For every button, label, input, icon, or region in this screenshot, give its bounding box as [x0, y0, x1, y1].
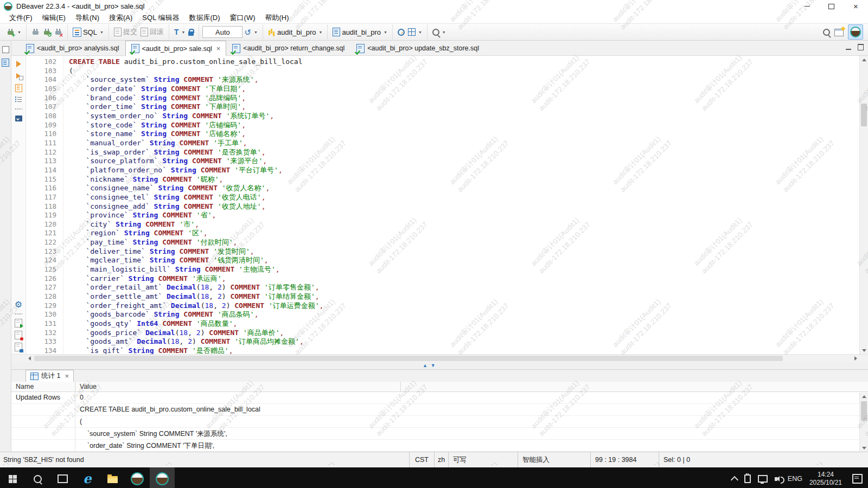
- editor-tab[interactable]: <audit_bi_pro> analysis.sql: [20, 41, 125, 55]
- start-button[interactable]: [0, 467, 25, 488]
- rollback-button[interactable]: 回滚: [139, 26, 165, 38]
- status-caret-position[interactable]: 99 : 19 : 3984: [590, 452, 659, 467]
- notification-center-icon[interactable]: [852, 474, 863, 484]
- execute-new-tab-button[interactable]: [14, 71, 23, 81]
- chevron-down-icon[interactable]: ▼: [442, 30, 446, 34]
- search-button[interactable]: ▼: [431, 28, 448, 37]
- sash-maximize-icon[interactable]: ▲: [423, 362, 427, 369]
- scrollbar-thumb[interactable]: [34, 356, 783, 361]
- table-row[interactable]: `source_system` String COMMENT '来源系统',: [11, 428, 868, 440]
- column-header-value[interactable]: Value: [75, 382, 401, 391]
- scroll-up-icon[interactable]: [860, 393, 868, 400]
- chevron-down-icon[interactable]: ▼: [17, 30, 21, 34]
- editor-tab[interactable]: <audit_bi_pro> sale.sql×: [125, 41, 227, 56]
- scroll-down-icon[interactable]: [860, 346, 868, 354]
- close-button[interactable]: ×: [844, 0, 868, 12]
- transaction-mode-button[interactable]: T ▼: [173, 27, 187, 37]
- database-value: audit_bi_pro: [277, 28, 316, 36]
- disconnect-button[interactable]: [30, 27, 41, 37]
- explain-plan-button[interactable]: [14, 95, 23, 105]
- schema-selector[interactable]: audit_bi_pro ▼: [331, 27, 389, 37]
- chevron-down-icon[interactable]: ▼: [100, 30, 104, 34]
- commit-button[interactable]: 提交: [112, 26, 139, 38]
- dbeaver-taskbar-button-active[interactable]: [150, 467, 175, 488]
- editor-tab[interactable]: <audit_bi_pro> return_change.sql: [226, 41, 350, 55]
- editor-tab[interactable]: <audit_bi_pro> update_sbz_store.sql: [350, 41, 485, 55]
- editor-settings-button[interactable]: ⚙: [14, 300, 23, 310]
- chevron-down-icon[interactable]: ▼: [384, 30, 387, 34]
- menu-item[interactable]: 文件(F): [4, 13, 37, 23]
- database-navigator-icon[interactable]: [2, 59, 9, 67]
- minimize-button[interactable]: [795, 0, 819, 12]
- code-editor[interactable]: 1021031041051061071081091101111121131141…: [26, 56, 859, 354]
- scroll-up-icon[interactable]: [860, 56, 868, 63]
- clock[interactable]: 14:24 2025/10/21: [809, 471, 842, 487]
- column-header-name[interactable]: Name: [11, 382, 75, 391]
- scrollbar-thumb[interactable]: [861, 104, 867, 126]
- volume-icon[interactable]: [775, 477, 777, 481]
- editor-horizontal-scrollbar[interactable]: [11, 354, 868, 362]
- table-row[interactable]: CREATE TABLE audit_bi_pro.custom_online_…: [11, 404, 868, 416]
- minimize-editor-icon[interactable]: [846, 49, 851, 50]
- sql-editor-button[interactable]: SQL ▼: [71, 27, 105, 38]
- status-writable[interactable]: 可写: [448, 452, 518, 467]
- transaction-log-button[interactable]: ↺ ▼: [242, 27, 259, 37]
- open-output-button[interactable]: [14, 342, 23, 352]
- menu-item[interactable]: 窗口(W): [225, 13, 260, 23]
- statistics-tab[interactable]: 统计 1 ×: [25, 370, 74, 382]
- close-tab-icon[interactable]: ×: [65, 372, 69, 380]
- close-tab-icon[interactable]: ×: [216, 44, 221, 53]
- commit-mode-combo[interactable]: Auto: [202, 26, 242, 38]
- menu-item[interactable]: SQL 编辑器: [137, 13, 184, 23]
- editor-results-sash[interactable]: ▲ ▼: [11, 362, 868, 369]
- save-log-button[interactable]: [14, 330, 23, 340]
- database-selector[interactable]: audit_bi_pro ▼: [266, 27, 324, 37]
- tray-expand-icon[interactable]: [731, 476, 738, 484]
- table-row[interactable]: (: [11, 416, 868, 428]
- quick-search-icon[interactable]: [823, 29, 830, 36]
- export-results-button[interactable]: [14, 318, 23, 328]
- taskbar-search-button[interactable]: [25, 467, 50, 488]
- table-row[interactable]: `order_date` String COMMENT '下单日期',: [11, 440, 868, 452]
- editor-vertical-scrollbar[interactable]: [859, 56, 868, 354]
- open-console-button[interactable]: [14, 113, 23, 123]
- schema-value: audit_bi_pro: [342, 28, 381, 36]
- invalidate-button[interactable]: ×: [53, 27, 64, 37]
- scroll-right-icon[interactable]: [852, 355, 859, 362]
- chevron-down-icon[interactable]: ▼: [254, 30, 258, 34]
- table-row[interactable]: Updated Rows0: [11, 392, 868, 404]
- lock-button[interactable]: [187, 27, 195, 37]
- task-view-button[interactable]: [50, 467, 75, 488]
- sash-restore-icon[interactable]: ▼: [431, 362, 436, 369]
- menu-item[interactable]: 导航(N): [71, 13, 104, 23]
- chevron-down-icon[interactable]: ▼: [318, 30, 322, 34]
- menu-item[interactable]: 搜索(A): [104, 13, 137, 23]
- perspective-icon[interactable]: [834, 29, 844, 36]
- usb-icon[interactable]: [744, 474, 751, 483]
- file-explorer-button[interactable]: [100, 467, 125, 488]
- execute-script-button[interactable]: [14, 83, 23, 93]
- maximize-editor-icon[interactable]: [858, 44, 864, 50]
- reconnect-button[interactable]: ↺: [41, 27, 53, 37]
- internet-explorer-button[interactable]: e: [75, 467, 100, 488]
- input-language[interactable]: ENG: [788, 475, 802, 483]
- new-connection-button[interactable]: + ▼: [5, 27, 23, 37]
- network-icon[interactable]: [758, 475, 768, 483]
- output-grid-button[interactable]: ▼: [406, 27, 424, 37]
- status-insert-mode[interactable]: 智能插入: [518, 452, 590, 467]
- execute-statement-button[interactable]: [14, 59, 23, 69]
- scroll-down-icon[interactable]: [860, 444, 868, 452]
- dashboard-button[interactable]: [396, 28, 406, 37]
- menu-item[interactable]: 数据库(D): [184, 13, 225, 23]
- chevron-down-icon[interactable]: ▼: [418, 30, 422, 34]
- menu-item[interactable]: 帮助(H): [260, 13, 293, 23]
- scroll-left-icon[interactable]: [25, 355, 33, 362]
- dbeaver-taskbar-button[interactable]: [125, 467, 150, 488]
- menu-item[interactable]: 编辑(E): [37, 13, 71, 23]
- scrollbar-thumb[interactable]: [861, 401, 867, 421]
- chevron-down-icon[interactable]: ▼: [181, 30, 185, 34]
- account-button[interactable]: [848, 24, 863, 40]
- restore-panel-icon[interactable]: [2, 46, 9, 53]
- maximize-button[interactable]: [819, 0, 844, 12]
- results-scrollbar[interactable]: [859, 393, 868, 452]
